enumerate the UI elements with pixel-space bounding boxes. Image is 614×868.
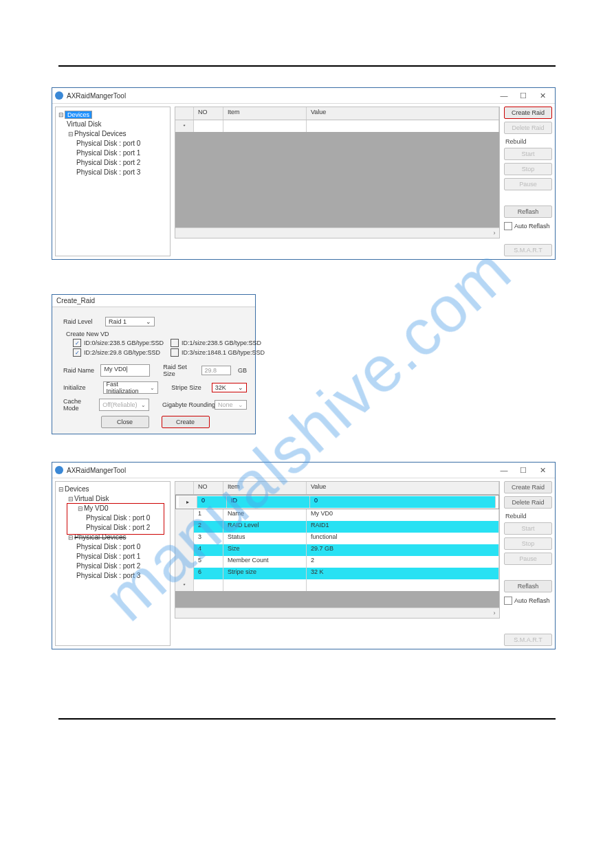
col-value: Value	[307, 107, 499, 120]
start-button[interactable]: Start	[504, 522, 552, 535]
reflash-button[interactable]: Reflash	[504, 205, 552, 218]
table-row[interactable]: 5 Member Count 2	[175, 556, 499, 568]
tree-port-2[interactable]: Physical Disk : port 2	[57, 561, 168, 571]
auto-reflash-checkbox[interactable]: Auto Reflash	[504, 221, 552, 230]
cache-mode-select[interactable]: Off(Reliable)⌄	[99, 399, 149, 411]
minimize-button[interactable]: —	[494, 91, 514, 100]
table-row[interactable]: 6 Stripe size 32 K	[175, 568, 499, 579]
app-icon	[55, 466, 63, 474]
raid-level-select[interactable]: Raid 1⌄	[105, 317, 155, 326]
tree-port-0[interactable]: Physical Disk : port 0	[57, 139, 168, 148]
window-title: AXRaidMangerTool	[67, 92, 126, 100]
window-controls: — ☐ ✕	[494, 466, 552, 475]
minimize-button[interactable]: —	[494, 466, 514, 475]
tree-port-3[interactable]: Physical Disk : port 3	[57, 571, 168, 581]
create-new-vd-label: Create New VD	[66, 331, 247, 337]
raid-manager-window-2: AXRaidMangerTool — ☐ ✕ ⊟Devices ⊟Virtual…	[52, 462, 556, 649]
col-item: Item	[223, 107, 307, 120]
stop-button[interactable]: Stop	[504, 537, 552, 550]
tree-root-devices[interactable]: Devices	[65, 485, 89, 493]
col-no: NO	[194, 482, 223, 494]
grid-header: NO Item Value	[175, 107, 499, 120]
header-rule	[58, 65, 556, 67]
raid-set-size-input[interactable]: 29.8	[201, 366, 231, 375]
disk-0-checkbox[interactable]: ✓ID:0/size:238.5 GB/type:SSD	[73, 339, 164, 347]
stripe-size-select[interactable]: 32K⌄	[212, 383, 247, 392]
tree-physical-devices[interactable]: Physical Devices	[74, 130, 127, 137]
window-controls: — ☐ ✕	[494, 91, 552, 100]
delete-raid-button[interactable]: Delete Raid	[504, 122, 552, 134]
titlebar: AXRaidMangerTool — ☐ ✕	[52, 463, 555, 478]
pause-button[interactable]: Pause	[504, 553, 552, 565]
maximize-button[interactable]: ☐	[514, 466, 533, 475]
auto-reflash-checkbox[interactable]: Auto Reflash	[504, 595, 552, 605]
col-no: NO	[194, 107, 223, 120]
dialog-create-button[interactable]: Create	[162, 416, 210, 428]
smart-button[interactable]: S.M.A.R.T	[504, 244, 552, 256]
create-raid-button[interactable]: Create Raid	[504, 481, 552, 493]
tree-port-2[interactable]: Physical Disk : port 2	[57, 158, 168, 168]
table-row[interactable]: 3 Status functional	[175, 533, 499, 544]
tree-port-0[interactable]: Physical Disk : port 0	[57, 542, 168, 552]
horizontal-scrollbar[interactable]: ›	[175, 608, 499, 618]
start-button[interactable]: Start	[504, 148, 552, 160]
device-tree[interactable]: ⊟Devices Virtual Disk ⊟Physical Devices …	[55, 107, 171, 256]
info-grid: NO Item Value ▸ 0 ID 0 1 Name My V	[175, 481, 500, 619]
col-item: Item	[223, 482, 307, 494]
tree-virtual-disk[interactable]: Virtual Disk	[57, 120, 168, 129]
info-grid: NO Item Value * ›	[175, 107, 500, 238]
action-panel: Create Raid Delete Raid Rebuild Start St…	[504, 481, 552, 646]
app-icon	[55, 91, 63, 100]
create-raid-dialog: Create_Raid Raid Level Raid 1⌄ Create Ne…	[52, 294, 256, 434]
gb-label: GB	[238, 367, 247, 374]
action-panel: Create Raid Delete Raid Rebuild Start St…	[504, 107, 552, 256]
horizontal-scrollbar[interactable]: ›	[175, 227, 499, 238]
grid-header: NO Item Value	[175, 482, 499, 495]
rebuild-label: Rebuild	[504, 511, 552, 520]
smart-button[interactable]: S.M.A.R.T	[504, 634, 552, 646]
disk-2-checkbox[interactable]: ✓ID:2/size:29.8 GB/type:SSD	[73, 348, 164, 357]
disk-3-checkbox[interactable]: ID:3/size:1848.1 GB/type:SSD	[171, 348, 265, 357]
delete-raid-button[interactable]: Delete Raid	[504, 496, 552, 509]
pause-button[interactable]: Pause	[504, 178, 552, 190]
raid-name-input[interactable]: My VD0|	[100, 364, 150, 377]
stripe-size-label: Stripe Size	[171, 384, 207, 391]
raid-name-label: Raid Name	[63, 367, 96, 374]
cache-mode-label: Cache Mode	[63, 398, 95, 412]
tree-port-1[interactable]: Physical Disk : port 1	[57, 148, 168, 158]
close-button[interactable]: ✕	[533, 91, 552, 100]
dialog-close-button[interactable]: Close	[101, 416, 149, 428]
rebuild-label: Rebuild	[504, 137, 552, 145]
gigabyte-rounding-select[interactable]: None⌄	[215, 400, 247, 410]
raid-level-label: Raid Level	[63, 318, 101, 325]
disk-1-checkbox[interactable]: ID:1/size:238.5 GB/type:SSD	[171, 339, 265, 347]
raid-manager-window-1: AXRaidMangerTool — ☐ ✕ ⊟Devices Virtual …	[52, 87, 556, 260]
initialize-label: Initialize	[63, 384, 99, 391]
tree-root-devices[interactable]: Devices	[65, 111, 92, 119]
create-raid-button[interactable]: Create Raid	[504, 107, 552, 119]
window-title: AXRaidMangerTool	[67, 467, 126, 474]
table-row[interactable]: ▸ 0 ID 0	[175, 495, 499, 509]
disk-checklist: ✓ID:0/size:238.5 GB/type:SSD ID:1/size:2…	[73, 339, 247, 357]
gigabyte-rounding-label: Gigabyte Rounding	[162, 401, 210, 408]
tree-port-1[interactable]: Physical Disk : port 1	[57, 552, 168, 561]
table-row[interactable]: 2 RAID Level RAID1	[175, 521, 499, 533]
close-button[interactable]: ✕	[533, 466, 552, 475]
tree-virtual-disk[interactable]: Virtual Disk	[74, 495, 109, 502]
reflash-button[interactable]: Reflash	[504, 580, 552, 592]
tree-port-3[interactable]: Physical Disk : port 3	[57, 168, 168, 177]
maximize-button[interactable]: ☐	[514, 91, 533, 100]
titlebar: AXRaidMangerTool — ☐ ✕	[52, 88, 555, 104]
footer-rule	[58, 718, 556, 720]
col-value: Value	[307, 482, 499, 494]
highlight-box-vd	[67, 503, 164, 535]
initialize-select[interactable]: Fast Initialization⌄	[103, 381, 158, 394]
dialog-title: Create_Raid	[52, 295, 255, 307]
table-row[interactable]: 4 Size 29.7 GB	[175, 544, 499, 556]
table-row[interactable]: 1 Name My VD0	[175, 509, 499, 521]
raid-set-size-label: Raid Set Size	[163, 364, 197, 377]
device-tree[interactable]: ⊟Devices ⊟Virtual Disk ⊟My VD0 Physical …	[55, 481, 171, 646]
stop-button[interactable]: Stop	[504, 163, 552, 175]
